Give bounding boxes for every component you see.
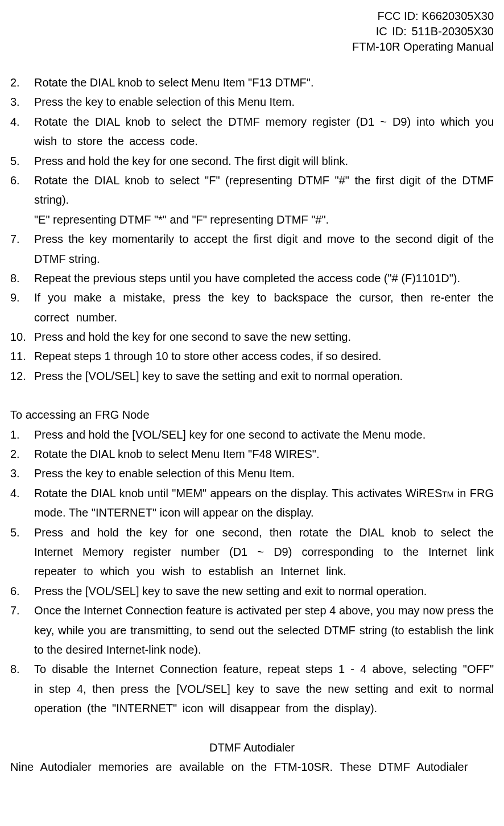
- step-number: 5.: [10, 151, 20, 171]
- step-b8: 8.To disable the Internet Connection fea…: [10, 659, 494, 718]
- step-number: 7.: [10, 229, 20, 249]
- step-number: 5.: [10, 523, 20, 542]
- step-b4: 4.Rotate the DIAL knob until "MEM" appea…: [10, 484, 494, 523]
- steps-list-a: 2.Rotate the DIAL knob to select Menu It…: [10, 73, 494, 386]
- step-number: 3.: [10, 92, 20, 111]
- step-b1: 1.Press and hold the [VOL/SEL] key for o…: [10, 425, 494, 444]
- section-heading-dtmf: DTMF Autodialer: [10, 738, 494, 757]
- step-text: Press the key to enable selection of thi…: [34, 96, 295, 108]
- step-a6: 6.Rotate the DIAL knob to select "F" (re…: [10, 171, 494, 229]
- step-a5: 5.Press and hold the key for one second.…: [10, 151, 494, 171]
- step-text: To disable the Internet Connection featu…: [34, 663, 494, 715]
- step-a9: 9.If you make a mistake, press the key t…: [10, 288, 494, 327]
- step-text: Rotate the DIAL knob to select Menu Item…: [34, 76, 313, 89]
- model-line: FTM-10R Operating Manual: [10, 39, 494, 55]
- step-text: Rotate the DIAL knob to select Menu Item…: [34, 448, 319, 460]
- step-text: Press and hold the key for one second, t…: [34, 526, 494, 578]
- step-text: Repeat the previous steps until you have…: [34, 272, 460, 284]
- step-text: Press the key momentarily to accept the …: [34, 233, 494, 265]
- step-number: 4.: [10, 112, 20, 131]
- step-number: 2.: [10, 444, 20, 464]
- step-number: 1.: [10, 425, 20, 444]
- step-number: 8.: [10, 269, 20, 288]
- step-b2: 2.Rotate the DIAL knob to select Menu It…: [10, 444, 494, 464]
- step-b7: 7.Once the Internet Connection feature i…: [10, 601, 494, 659]
- step-a4: 4.Rotate the DIAL knob to select the DTM…: [10, 112, 494, 151]
- step-a2: 2.Rotate the DIAL knob to select Menu It…: [10, 73, 494, 92]
- step-a11: 11.Repeat steps 1 through 10 to store ot…: [10, 346, 494, 366]
- step-text: Press and hold the key for one second. T…: [34, 155, 348, 167]
- step-text: Repeat steps 1 through 10 to store other…: [34, 350, 381, 362]
- step-a8: 8.Repeat the previous steps until you ha…: [10, 269, 494, 288]
- step-number: 11.: [10, 346, 26, 366]
- step-number: 8.: [10, 659, 20, 679]
- step-text: Press the [VOL/SEL] key to save the sett…: [34, 370, 403, 382]
- page-header: FCC ID: K6620305X30 IC ID: 511B-20305X30…: [10, 9, 494, 55]
- step-number: 10.: [10, 327, 26, 346]
- dtmf-paragraph: Nine Autodialer memories are available o…: [10, 757, 494, 777]
- steps-list-b: 1.Press and hold the [VOL/SEL] key for o…: [10, 425, 494, 718]
- step-text: Rotate the DIAL knob to select "F" (repr…: [34, 174, 494, 206]
- step-text: Press and hold the key for one second to…: [34, 331, 351, 343]
- fcc-id: FCC ID: K6620305X30: [10, 9, 494, 24]
- step-b3: 3.Press the key to enable selection of t…: [10, 464, 494, 483]
- step-number: 3.: [10, 464, 20, 483]
- step-text: If you make a mistake, press the key to …: [34, 291, 494, 323]
- step-number: 4.: [10, 484, 20, 503]
- step-text-pre: Rotate the DIAL knob until "MEM" appears…: [34, 487, 442, 499]
- trademark-tm: TM: [442, 490, 453, 499]
- section-heading-frg: To accessing an FRG Node: [10, 405, 494, 424]
- step-text: Press the [VOL/SEL] key to save the new …: [34, 585, 427, 597]
- step-number: 9.: [10, 288, 20, 307]
- step-a12: 12.Press the [VOL/SEL] key to save the s…: [10, 366, 494, 386]
- step-b6: 6.Press the [VOL/SEL] key to save the ne…: [10, 581, 494, 601]
- step-number: 2.: [10, 73, 20, 92]
- step-number: 6.: [10, 171, 20, 190]
- step-number: 6.: [10, 581, 20, 601]
- step-text: Press and hold the [VOL/SEL] key for one…: [34, 428, 425, 441]
- step-number: 12.: [10, 366, 26, 386]
- step-a10: 10.Press and hold the key for one second…: [10, 327, 494, 346]
- step-subtext: "E" representing DTMF "*" and "F" repres…: [34, 210, 494, 229]
- step-b5: 5.Press and hold the key for one second,…: [10, 523, 494, 581]
- step-text: Once the Internet Connection feature is …: [34, 604, 494, 656]
- ic-id: IC ID: 511B-20305X30: [10, 24, 494, 39]
- step-a3: 3.Press the key to enable selection of t…: [10, 92, 494, 111]
- step-text: Press the key to enable selection of thi…: [34, 467, 295, 480]
- step-a7: 7.Press the key momentarily to accept th…: [10, 229, 494, 269]
- step-number: 7.: [10, 601, 20, 620]
- step-text: Rotate the DIAL knob to select the DTMF …: [34, 115, 494, 147]
